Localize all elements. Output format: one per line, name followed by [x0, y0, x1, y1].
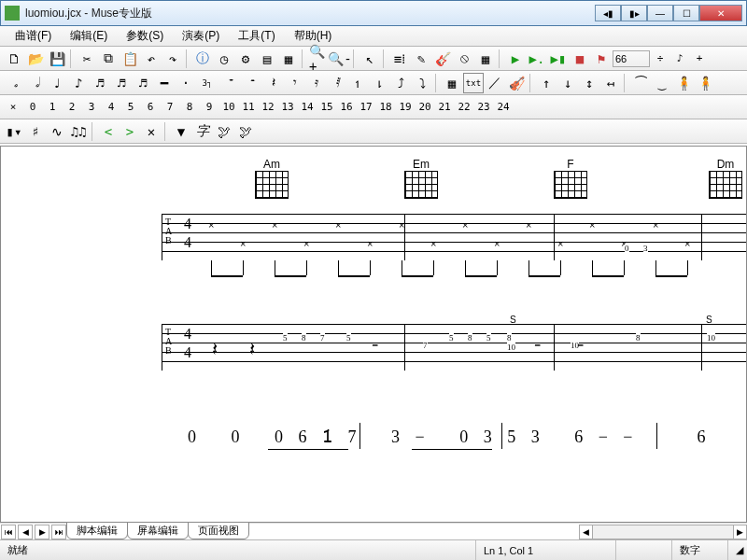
redo-icon[interactable]: ↷: [162, 49, 183, 69]
fret-2[interactable]: 2: [63, 97, 81, 118]
paste-icon[interactable]: 📋: [120, 49, 140, 69]
tab-page-view[interactable]: 页面视图: [188, 522, 249, 539]
arrow-down-icon[interactable]: ↓: [557, 73, 578, 93]
note-whole-icon[interactable]: 𝅗: [4, 73, 24, 93]
arrow-up-icon[interactable]: ↑: [536, 73, 557, 93]
slur-down-icon[interactable]: ⁀: [630, 73, 651, 93]
fret-23[interactable]: 23: [474, 97, 493, 118]
stop-play-icon[interactable]: ⦸: [454, 49, 474, 69]
fret-6[interactable]: 6: [141, 97, 160, 118]
person2-icon[interactable]: 🧍: [695, 73, 715, 93]
maximize-button[interactable]: ☐: [673, 5, 699, 21]
tempo-div-icon[interactable]: ÷: [651, 49, 669, 69]
cresc-icon[interactable]: <: [98, 121, 119, 142]
fret-11[interactable]: 11: [239, 97, 258, 118]
instrument-icon[interactable]: 🎻: [506, 73, 527, 93]
fret-9[interactable]: 9: [200, 97, 218, 118]
rest-half-icon[interactable]: 𝄼: [240, 73, 261, 93]
save-icon[interactable]: 💾: [47, 49, 67, 69]
doc2-icon[interactable]: ▦: [278, 49, 299, 69]
cut-icon[interactable]: ✂: [77, 49, 97, 69]
note-16th-icon[interactable]: ♬: [90, 73, 110, 93]
beam-icon[interactable]: ♫♫: [68, 121, 89, 142]
person1-icon[interactable]: 🧍: [673, 73, 694, 93]
barline2-icon[interactable]: ▮▾: [4, 121, 24, 142]
tab-prev-icon[interactable]: ◀: [18, 525, 33, 539]
arrow-both-icon[interactable]: ↕: [579, 73, 599, 93]
note-half-icon[interactable]: 𝅗𝅥: [25, 73, 46, 93]
fret-14[interactable]: 14: [298, 97, 317, 118]
menu-tools[interactable]: 工具(T): [229, 26, 284, 46]
play-icon[interactable]: ▶: [505, 49, 526, 69]
rest-32nd-icon[interactable]: 𝅀: [326, 73, 346, 93]
stem-down-icon[interactable]: ⇂: [369, 73, 389, 93]
fret-17[interactable]: 17: [357, 97, 375, 118]
fret-13[interactable]: 13: [278, 97, 297, 118]
trill-icon[interactable]: ∿: [47, 121, 67, 142]
skip-start-icon[interactable]: ▶▮: [548, 49, 569, 69]
pointer-icon[interactable]: ↖: [359, 49, 380, 69]
score-canvas[interactable]: AmEmFDm TAB 4 4 ×××××××××××××××× 0 3 TAB…: [0, 146, 747, 523]
zoom-in-icon[interactable]: 🔍+: [308, 49, 329, 69]
arrow-left-icon[interactable]: ↤: [600, 73, 621, 93]
line-icon[interactable]: ／: [485, 73, 505, 93]
barline-icon[interactable]: ≡⁞: [389, 49, 410, 69]
fret-0[interactable]: 0: [23, 97, 42, 118]
decresc-icon[interactable]: >: [120, 121, 140, 142]
scroll-right-icon[interactable]: ▶: [733, 525, 746, 539]
close-button[interactable]: ✕: [699, 5, 742, 21]
menu-params[interactable]: 参数(S): [117, 26, 173, 46]
note-64th-icon[interactable]: ♬: [133, 73, 153, 93]
new-icon[interactable]: 🗋: [4, 49, 24, 69]
tie-icon[interactable]: 3┐: [197, 73, 218, 93]
record-icon[interactable]: ⚑: [591, 49, 612, 69]
fret-7[interactable]: 7: [161, 97, 179, 118]
fret-22[interactable]: 22: [455, 97, 473, 118]
fret-24[interactable]: 24: [494, 97, 513, 118]
undo-icon[interactable]: ↶: [141, 49, 162, 69]
stop-icon[interactable]: ■: [570, 49, 590, 69]
fret-8[interactable]: 8: [180, 97, 199, 118]
textbox-icon[interactable]: txt: [463, 73, 484, 93]
play-from-icon[interactable]: ▶.: [527, 49, 547, 69]
bird2-icon[interactable]: 🕊: [235, 121, 256, 142]
next-window-button[interactable]: ▮▸: [621, 5, 647, 21]
grace-up-icon[interactable]: ⤴: [390, 73, 411, 93]
menu-score[interactable]: 曲谱(F): [6, 26, 61, 46]
prev-window-button[interactable]: ◂▮: [595, 5, 621, 21]
fret-1[interactable]: 1: [43, 97, 62, 118]
sharp-icon[interactable]: ♯: [25, 121, 46, 142]
menu-edit[interactable]: 编辑(E): [61, 26, 117, 46]
fret-20[interactable]: 20: [416, 97, 434, 118]
fret-10[interactable]: 10: [219, 97, 238, 118]
stem-up-icon[interactable]: ↿: [347, 73, 368, 93]
zoom-out-icon[interactable]: 🔍-: [330, 49, 350, 69]
fret-19[interactable]: 19: [396, 97, 415, 118]
menu-play[interactable]: 演奏(P): [173, 26, 229, 46]
tempo-note-icon[interactable]: ♪: [670, 49, 689, 69]
open-icon[interactable]: 📂: [25, 49, 46, 69]
note-eighth-icon[interactable]: ♪: [68, 73, 89, 93]
horizontal-scrollbar[interactable]: ◀ ▶: [579, 525, 747, 539]
rest-16th-icon[interactable]: 𝄿: [304, 73, 325, 93]
slur-up-icon[interactable]: ‿: [652, 73, 672, 93]
tab-next-icon[interactable]: ▶: [35, 525, 49, 539]
clock-icon[interactable]: ◷: [214, 49, 234, 69]
fret-3[interactable]: 3: [82, 97, 101, 118]
scroll-left-icon[interactable]: ◀: [580, 525, 593, 539]
settings-icon[interactable]: ⚙: [235, 49, 256, 69]
bird1-icon[interactable]: 🕊: [214, 121, 234, 142]
doc1-icon[interactable]: ▤: [257, 49, 277, 69]
fretgrid-icon[interactable]: ▦: [442, 73, 462, 93]
grace-down-icon[interactable]: ⤵: [412, 73, 432, 93]
note-quarter-icon[interactable]: ♩: [47, 73, 67, 93]
text-icon[interactable]: 字: [192, 121, 213, 142]
marker-icon[interactable]: ▼: [171, 121, 191, 142]
rest-quarter-icon[interactable]: 𝄽: [261, 73, 282, 93]
tab-script-edit[interactable]: 脚本编辑: [66, 522, 128, 539]
guitar-icon[interactable]: 🎸: [432, 49, 453, 69]
rest-whole-icon[interactable]: 𝄻: [218, 73, 239, 93]
rest-eighth-icon[interactable]: 𝄾: [283, 73, 303, 93]
accent-icon[interactable]: ✕: [141, 121, 162, 142]
edit-icon[interactable]: ✎: [411, 49, 431, 69]
